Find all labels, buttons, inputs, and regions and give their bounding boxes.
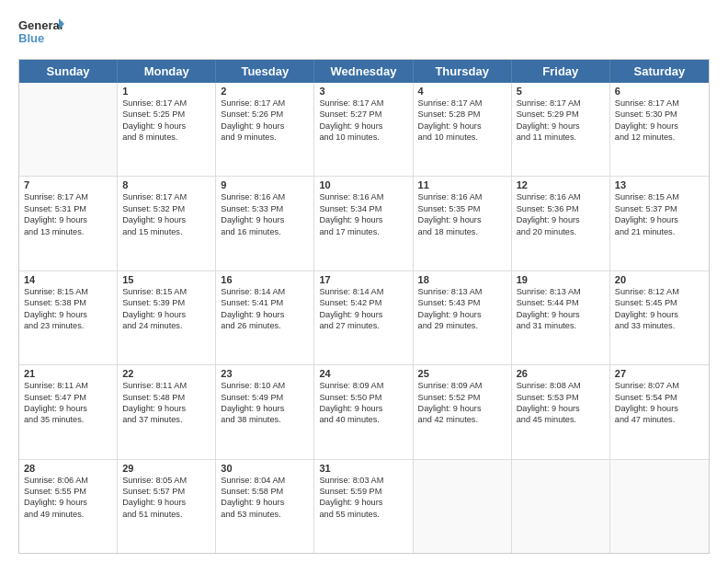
day-header-tuesday: Tuesday bbox=[216, 60, 314, 83]
day-cell: 2Sunrise: 8:17 AM Sunset: 5:26 PM Daylig… bbox=[216, 83, 314, 176]
day-cell: 23Sunrise: 8:10 AM Sunset: 5:49 PM Dayli… bbox=[216, 365, 314, 458]
day-header-saturday: Saturday bbox=[610, 60, 709, 83]
header: General Blue bbox=[18, 17, 710, 50]
day-number: 20 bbox=[615, 274, 704, 285]
day-info: Sunrise: 8:16 AM Sunset: 5:33 PM Dayligh… bbox=[221, 191, 309, 237]
day-info: Sunrise: 8:08 AM Sunset: 5:53 PM Dayligh… bbox=[517, 380, 605, 426]
day-info: Sunrise: 8:17 AM Sunset: 5:30 PM Dayligh… bbox=[615, 98, 704, 144]
day-header-monday: Monday bbox=[118, 60, 216, 83]
week-row-1: 1Sunrise: 8:17 AM Sunset: 5:25 PM Daylig… bbox=[19, 83, 709, 177]
day-number: 1 bbox=[122, 86, 210, 97]
page: General Blue SundayMondayTuesdayWednesda… bbox=[0, 0, 728, 563]
day-info: Sunrise: 8:15 AM Sunset: 5:37 PM Dayligh… bbox=[615, 191, 704, 237]
day-cell: 7Sunrise: 8:17 AM Sunset: 5:31 PM Daylig… bbox=[19, 177, 118, 270]
day-info: Sunrise: 8:07 AM Sunset: 5:54 PM Dayligh… bbox=[615, 380, 704, 426]
day-cell: 6Sunrise: 8:17 AM Sunset: 5:30 PM Daylig… bbox=[610, 83, 709, 176]
day-number: 18 bbox=[418, 274, 506, 285]
day-number: 9 bbox=[221, 179, 309, 190]
day-cell bbox=[414, 460, 512, 553]
day-cell: 30Sunrise: 8:04 AM Sunset: 5:58 PM Dayli… bbox=[216, 460, 314, 553]
logo-svg: General Blue bbox=[18, 17, 64, 50]
day-cell: 25Sunrise: 8:09 AM Sunset: 5:52 PM Dayli… bbox=[414, 365, 512, 458]
day-cell bbox=[610, 460, 709, 553]
svg-text:Blue: Blue bbox=[18, 31, 44, 45]
day-info: Sunrise: 8:17 AM Sunset: 5:27 PM Dayligh… bbox=[319, 98, 407, 144]
day-info: Sunrise: 8:16 AM Sunset: 5:36 PM Dayligh… bbox=[517, 191, 605, 237]
day-number: 19 bbox=[517, 274, 605, 285]
day-info: Sunrise: 8:06 AM Sunset: 5:55 PM Dayligh… bbox=[24, 475, 112, 521]
day-info: Sunrise: 8:09 AM Sunset: 5:52 PM Dayligh… bbox=[418, 380, 506, 426]
day-number: 16 bbox=[221, 274, 309, 285]
week-row-5: 28Sunrise: 8:06 AM Sunset: 5:55 PM Dayli… bbox=[19, 460, 709, 553]
day-number: 31 bbox=[319, 463, 407, 474]
day-info: Sunrise: 8:11 AM Sunset: 5:48 PM Dayligh… bbox=[122, 380, 210, 426]
logo: General Blue bbox=[18, 17, 64, 50]
day-number: 27 bbox=[615, 368, 704, 379]
day-cell: 3Sunrise: 8:17 AM Sunset: 5:27 PM Daylig… bbox=[314, 83, 413, 176]
day-cell: 14Sunrise: 8:15 AM Sunset: 5:38 PM Dayli… bbox=[19, 271, 118, 364]
day-info: Sunrise: 8:12 AM Sunset: 5:45 PM Dayligh… bbox=[615, 286, 704, 332]
day-cell: 20Sunrise: 8:12 AM Sunset: 5:45 PM Dayli… bbox=[610, 271, 709, 364]
day-number: 3 bbox=[319, 86, 407, 97]
day-cell bbox=[19, 83, 118, 176]
day-cell: 24Sunrise: 8:09 AM Sunset: 5:50 PM Dayli… bbox=[314, 365, 413, 458]
day-cell: 8Sunrise: 8:17 AM Sunset: 5:32 PM Daylig… bbox=[118, 177, 216, 270]
day-headers: SundayMondayTuesdayWednesdayThursdayFrid… bbox=[19, 60, 709, 83]
day-number: 29 bbox=[122, 463, 210, 474]
day-number: 2 bbox=[221, 86, 309, 97]
day-info: Sunrise: 8:17 AM Sunset: 5:28 PM Dayligh… bbox=[418, 98, 506, 144]
day-number: 13 bbox=[615, 179, 704, 190]
day-info: Sunrise: 8:17 AM Sunset: 5:25 PM Dayligh… bbox=[122, 98, 210, 144]
week-row-3: 14Sunrise: 8:15 AM Sunset: 5:38 PM Dayli… bbox=[19, 271, 709, 365]
day-cell: 18Sunrise: 8:13 AM Sunset: 5:43 PM Dayli… bbox=[414, 271, 512, 364]
day-info: Sunrise: 8:16 AM Sunset: 5:34 PM Dayligh… bbox=[319, 191, 407, 237]
day-header-sunday: Sunday bbox=[19, 60, 118, 83]
day-cell: 27Sunrise: 8:07 AM Sunset: 5:54 PM Dayli… bbox=[610, 365, 709, 458]
day-info: Sunrise: 8:14 AM Sunset: 5:42 PM Dayligh… bbox=[319, 286, 407, 332]
day-number: 6 bbox=[615, 86, 704, 97]
svg-text:General: General bbox=[18, 18, 63, 32]
day-info: Sunrise: 8:14 AM Sunset: 5:41 PM Dayligh… bbox=[221, 286, 309, 332]
day-header-thursday: Thursday bbox=[414, 60, 512, 83]
day-info: Sunrise: 8:04 AM Sunset: 5:58 PM Dayligh… bbox=[221, 475, 309, 521]
day-cell: 12Sunrise: 8:16 AM Sunset: 5:36 PM Dayli… bbox=[512, 177, 610, 270]
day-number: 26 bbox=[517, 368, 605, 379]
day-number: 8 bbox=[122, 179, 210, 190]
day-cell: 29Sunrise: 8:05 AM Sunset: 5:57 PM Dayli… bbox=[118, 460, 216, 553]
day-number: 17 bbox=[319, 274, 407, 285]
day-cell: 15Sunrise: 8:15 AM Sunset: 5:39 PM Dayli… bbox=[118, 271, 216, 364]
day-info: Sunrise: 8:15 AM Sunset: 5:38 PM Dayligh… bbox=[24, 286, 112, 332]
day-cell: 28Sunrise: 8:06 AM Sunset: 5:55 PM Dayli… bbox=[19, 460, 118, 553]
day-cell: 26Sunrise: 8:08 AM Sunset: 5:53 PM Dayli… bbox=[512, 365, 610, 458]
day-cell: 9Sunrise: 8:16 AM Sunset: 5:33 PM Daylig… bbox=[216, 177, 314, 270]
day-info: Sunrise: 8:09 AM Sunset: 5:50 PM Dayligh… bbox=[319, 380, 407, 426]
day-number: 25 bbox=[418, 368, 506, 379]
day-number: 12 bbox=[517, 179, 605, 190]
day-number: 4 bbox=[418, 86, 506, 97]
day-cell: 4Sunrise: 8:17 AM Sunset: 5:28 PM Daylig… bbox=[414, 83, 512, 176]
day-cell: 13Sunrise: 8:15 AM Sunset: 5:37 PM Dayli… bbox=[610, 177, 709, 270]
week-row-2: 7Sunrise: 8:17 AM Sunset: 5:31 PM Daylig… bbox=[19, 177, 709, 270]
day-number: 10 bbox=[319, 179, 407, 190]
day-cell: 22Sunrise: 8:11 AM Sunset: 5:48 PM Dayli… bbox=[118, 365, 216, 458]
day-info: Sunrise: 8:11 AM Sunset: 5:47 PM Dayligh… bbox=[24, 380, 112, 426]
day-header-wednesday: Wednesday bbox=[314, 60, 413, 83]
day-info: Sunrise: 8:17 AM Sunset: 5:29 PM Dayligh… bbox=[517, 98, 605, 144]
day-info: Sunrise: 8:17 AM Sunset: 5:26 PM Dayligh… bbox=[221, 98, 309, 144]
day-info: Sunrise: 8:17 AM Sunset: 5:32 PM Dayligh… bbox=[122, 191, 210, 237]
day-info: Sunrise: 8:05 AM Sunset: 5:57 PM Dayligh… bbox=[122, 475, 210, 521]
day-cell: 19Sunrise: 8:13 AM Sunset: 5:44 PM Dayli… bbox=[512, 271, 610, 364]
calendar-body: 1Sunrise: 8:17 AM Sunset: 5:25 PM Daylig… bbox=[19, 83, 709, 553]
day-cell: 31Sunrise: 8:03 AM Sunset: 5:59 PM Dayli… bbox=[314, 460, 413, 553]
day-number: 7 bbox=[24, 179, 112, 190]
day-number: 23 bbox=[221, 368, 309, 379]
day-cell: 11Sunrise: 8:16 AM Sunset: 5:35 PM Dayli… bbox=[414, 177, 512, 270]
day-cell: 16Sunrise: 8:14 AM Sunset: 5:41 PM Dayli… bbox=[216, 271, 314, 364]
day-number: 24 bbox=[319, 368, 407, 379]
day-number: 14 bbox=[24, 274, 112, 285]
day-cell: 1Sunrise: 8:17 AM Sunset: 5:25 PM Daylig… bbox=[118, 83, 216, 176]
day-info: Sunrise: 8:15 AM Sunset: 5:39 PM Dayligh… bbox=[122, 286, 210, 332]
day-number: 5 bbox=[517, 86, 605, 97]
day-cell: 17Sunrise: 8:14 AM Sunset: 5:42 PM Dayli… bbox=[314, 271, 413, 364]
day-info: Sunrise: 8:10 AM Sunset: 5:49 PM Dayligh… bbox=[221, 380, 309, 426]
